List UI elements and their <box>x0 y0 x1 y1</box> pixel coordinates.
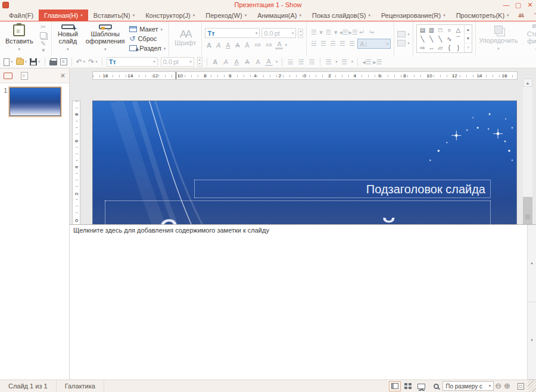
shape-arrow-right[interactable]: ⇨ <box>420 44 425 52</box>
tab-animation[interactable]: Анимация(A)▾ <box>252 10 307 21</box>
text-shadow-button[interactable]: А́ <box>243 42 251 49</box>
shape-ellipse[interactable]: ○ <box>447 26 451 34</box>
zoom-in-button[interactable]: ⊕ <box>504 382 510 390</box>
align-center-button[interactable]: ☰ <box>319 40 327 48</box>
tab-insert[interactable]: Вставить(N)▾ <box>88 10 140 21</box>
shape-arrow-double[interactable]: ⇔ <box>428 44 434 52</box>
strikethrough-button[interactable]: А <box>233 42 241 49</box>
shape-brace-right[interactable]: } <box>457 44 459 52</box>
vertical-scrollbar-thumb[interactable] <box>523 197 532 224</box>
shape-content-slide[interactable]: ▥ <box>429 26 434 34</box>
underline-button[interactable]: А <box>224 42 232 49</box>
shape-triangle[interactable]: △ <box>456 26 461 34</box>
slide-editing-area[interactable]: Подзаголовок слайда Заголовок слайда <box>92 101 517 224</box>
italic-button[interactable]: А <box>214 42 222 49</box>
text-direction-ltr-button[interactable]: ↵ <box>358 29 366 36</box>
shapes-more-button[interactable]: ＋ <box>465 43 472 52</box>
normal-view-button[interactable] <box>389 381 401 391</box>
placeholder-dropdown[interactable]: ▾ <box>397 40 410 46</box>
scroll-up-button[interactable]: ▲ <box>523 79 532 87</box>
format-painter-icon[interactable]: ✎ ▾ <box>39 40 48 54</box>
shape-arrow-line[interactable]: ╲ <box>429 35 433 43</box>
notes-scrollbar[interactable]: ▲ ▼ <box>527 225 536 380</box>
notes-scroll-up-icon[interactable]: ▲ <box>528 225 536 302</box>
font-dialog-button[interactable]: АА Шрифт <box>172 24 198 54</box>
paste-button[interactable]: Вставить ▾ <box>3 24 36 54</box>
superscript-button[interactable]: АВ <box>264 42 273 48</box>
vertical-scrollbar[interactable] <box>523 87 532 224</box>
font-size-stepper[interactable]: ▲▼ <box>298 29 303 38</box>
reset-button[interactable]: ↺Сброс <box>129 35 166 43</box>
font-size-combo-small[interactable]: 0.0 pt ▾ <box>161 57 194 67</box>
print-button[interactable] <box>49 58 57 65</box>
tab-transitions[interactable]: Переход(W)▾ <box>200 10 252 21</box>
align-right-button[interactable]: ☴ <box>329 40 336 48</box>
subtitle-placeholder[interactable]: Подзаголовок слайда <box>194 180 491 198</box>
shapes-scroll-down[interactable]: ▼ <box>465 34 472 43</box>
shape-cube[interactable]: ▱ <box>438 44 443 52</box>
bullet-list-button-small[interactable]: ☰ <box>341 58 348 66</box>
horizontal-ruler[interactable]: 1614121086420246810121416 <box>92 71 518 80</box>
new-slide-button[interactable]: Новый слайд ▾ <box>55 24 81 54</box>
save-button[interactable]: ▾ <box>30 58 40 65</box>
font-name-combo-small[interactable]: Tт▾ <box>107 57 158 67</box>
shape-double-line[interactable]: ╲ <box>438 35 442 43</box>
tab-slideshow[interactable]: Показ слайдов(S)▾ <box>307 10 376 21</box>
decrease-indent-button-small[interactable]: ◂☰ <box>362 58 370 66</box>
tab-home[interactable]: Главная(H)▾ <box>39 10 88 21</box>
new-document-button[interactable]: ▾ <box>4 58 13 66</box>
subscript-button[interactable]: АВ <box>253 42 262 48</box>
copy-icon[interactable] <box>40 32 46 39</box>
ribbon-overflow-icon[interactable]: » <box>532 55 535 56</box>
zoom-level-select[interactable]: По размеру с ▾ <box>442 381 494 391</box>
font-size-combo[interactable]: 0.0 pt ▾ <box>261 28 296 38</box>
line-spacing-combo[interactable]: А↕ ▾ <box>357 39 391 49</box>
tab-review[interactable]: Рецензирование(R)▾ <box>376 10 451 21</box>
cut-icon[interactable]: ✂ <box>39 24 48 30</box>
shape-freeform[interactable]: ⌒ <box>455 35 461 43</box>
align-left-button[interactable]: ☱ <box>310 40 317 48</box>
title-placeholder[interactable]: Заголовок слайда <box>105 200 491 224</box>
notes-placeholder[interactable]: Щелкните здесь для добавления содержимог… <box>70 225 527 236</box>
undo-button[interactable]: ↶▾ <box>76 58 86 66</box>
justify-button[interactable]: ☰ <box>338 40 346 48</box>
font-color-button[interactable]: А <box>275 40 283 49</box>
shapes-scroll-up[interactable]: ▲ <box>465 25 472 34</box>
increase-indent-button-small[interactable]: ▸☰ <box>373 58 381 66</box>
zoom-out-button[interactable]: ⊖ <box>495 382 501 390</box>
section-button[interactable]: Раздел▾ <box>129 44 166 53</box>
print-preview-button[interactable] <box>60 58 67 65</box>
redo-button[interactable]: ↷▾ <box>88 58 98 66</box>
shadow-button-small[interactable]: А <box>254 58 262 65</box>
shape-line[interactable]: ╲ <box>420 35 424 43</box>
align-center-button-small[interactable]: ☰ <box>297 58 305 66</box>
distribute-button[interactable]: ☰ <box>348 40 356 48</box>
underline-button-small[interactable]: А <box>233 58 241 65</box>
slide-sorter-view-button[interactable] <box>402 381 414 391</box>
notes-scroll-down-icon[interactable]: ▼ <box>528 302 536 380</box>
open-button[interactable]: ▾ <box>16 59 27 65</box>
increase-indent-button[interactable]: ▸☰ <box>348 29 356 36</box>
italic-button-small[interactable]: А <box>222 58 230 65</box>
design-templates-button[interactable]: Шаблоны оформления ▾ <box>84 24 126 54</box>
font-color-button-small[interactable]: А <box>265 58 273 66</box>
tab-file[interactable]: Файл(F) <box>4 10 39 21</box>
bold-button[interactable]: А <box>205 42 213 49</box>
strikethrough-button-small[interactable]: А <box>244 58 251 65</box>
font-size-stepper-small[interactable]: ▲▼ <box>197 57 202 67</box>
collapse-ribbon-icon[interactable]: ⌃ <box>529 10 536 21</box>
numbered-list-button[interactable]: ☰ <box>325 29 332 36</box>
text-box-dropdown[interactable]: ▾ <box>397 31 410 37</box>
text-direction-rtl-button[interactable]: ↵ <box>367 29 375 36</box>
vertical-ruler[interactable]: 864202468 <box>72 101 80 224</box>
bullet-list-button[interactable]: ☰ <box>310 29 317 36</box>
slides-view-tab-icon[interactable] <box>4 73 13 79</box>
arrange-button[interactable]: Упорядочить ▾ <box>479 24 518 54</box>
outline-view-tab-icon[interactable] <box>21 72 28 80</box>
shape-rectangle[interactable]: □ <box>438 26 442 34</box>
align-left-button-small[interactable]: ☱ <box>286 58 294 66</box>
shape-styles-button[interactable]: Стили фигур ▾ <box>521 24 536 54</box>
numbered-list-button-small[interactable]: ☰ <box>325 58 332 66</box>
bold-button-small[interactable]: А <box>211 58 219 65</box>
slideshow-button[interactable] <box>415 381 427 391</box>
